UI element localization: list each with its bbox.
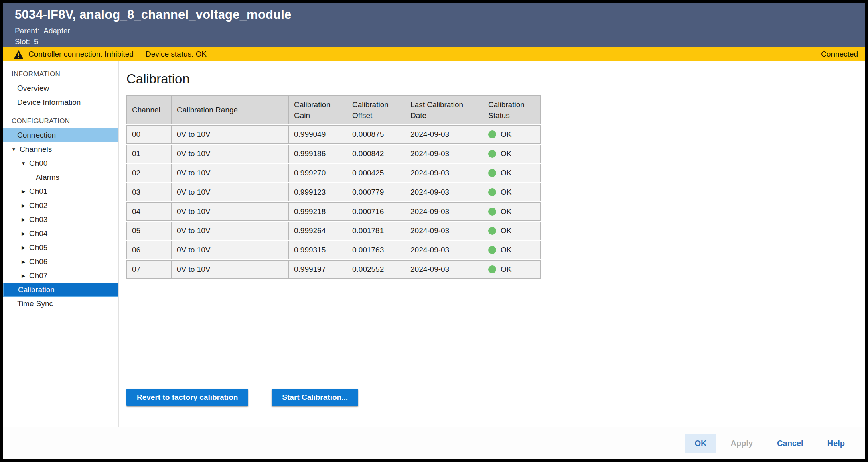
sidebar-item-ch05-label: Ch05 (29, 243, 47, 252)
ok-button[interactable]: OK (685, 434, 716, 453)
status-label: OK (501, 169, 511, 177)
sidebar-item-ch05[interactable]: ▶ Ch05 (3, 240, 118, 254)
status-ok-icon (488, 208, 496, 216)
col-header-status: Calibration Status (483, 95, 541, 124)
sidebar-item-channels-label: Channels (20, 145, 52, 154)
sidebar-item-overview[interactable]: Overview (3, 81, 118, 95)
cell-gain: 0.999315 (289, 241, 347, 259)
cell-range: 0V to 10V (172, 145, 289, 163)
col-header-gain: Calibration Gain (289, 95, 347, 124)
cell-status: OK (483, 164, 541, 182)
sidebar-item-ch00[interactable]: ▼ Ch00 (3, 156, 118, 170)
sidebar-item-ch02[interactable]: ▶ Ch02 (3, 198, 118, 212)
chevron-right-icon[interactable]: ▶ (20, 189, 26, 194)
sidebar-item-channels[interactable]: ▼ Channels (3, 142, 118, 156)
status-label: OK (501, 226, 511, 235)
status-ok-icon (488, 227, 496, 235)
cell-status: OK (483, 260, 541, 279)
footer: OK Apply Cancel Help (3, 427, 865, 459)
table-row: 06 0V to 10V 0.999315 0.001763 2024-09-0… (126, 241, 541, 259)
status-label: OK (501, 149, 511, 158)
sidebar-item-ch04[interactable]: ▶ Ch04 (3, 226, 118, 240)
main-content: Calibration Channel Calibration Range Ca… (119, 61, 865, 427)
cell-status: OK (483, 183, 541, 201)
slot-value: 5 (34, 37, 39, 46)
device-status: Device status: OK (146, 50, 207, 59)
chevron-down-icon[interactable]: ▼ (11, 147, 17, 152)
cancel-button[interactable]: Cancel (768, 434, 813, 453)
sidebar-item-ch03[interactable]: ▶ Ch03 (3, 212, 118, 226)
connection-state-badge: Connected (821, 50, 858, 59)
slot-label: Slot: (15, 37, 30, 46)
cell-range: 0V to 10V (172, 164, 289, 182)
revert-factory-calibration-button[interactable]: Revert to factory calibration (126, 389, 248, 406)
status-label: OK (501, 130, 511, 138)
cell-channel: 01 (126, 145, 172, 163)
cell-offset: 0.000875 (347, 125, 405, 144)
alert-bar: Controller connection: Inhibited Device … (3, 47, 865, 61)
cell-offset: 0.000425 (347, 164, 405, 182)
sidebar-section-information: INFORMATION (3, 67, 118, 81)
controller-connection-status: Controller connection: Inhibited (28, 50, 134, 59)
table-row: 04 0V to 10V 0.999218 0.000716 2024-09-0… (126, 202, 541, 221)
table-row: 03 0V to 10V 0.999123 0.000779 2024-09-0… (126, 183, 541, 201)
status-ok-icon (488, 265, 496, 273)
sidebar-item-device-information[interactable]: Device Information (3, 95, 118, 109)
sidebar-item-ch04-label: Ch04 (29, 229, 47, 238)
cell-gain: 0.999186 (289, 145, 347, 163)
sidebar-item-calibration[interactable]: Calibration (3, 283, 118, 297)
cell-gain: 0.999218 (289, 202, 347, 221)
cell-gain: 0.999123 (289, 183, 347, 201)
sidebar-item-ch06[interactable]: ▶ Ch06 (3, 254, 118, 269)
chevron-right-icon[interactable]: ▶ (20, 203, 26, 208)
sidebar-item-ch03-label: Ch03 (29, 215, 47, 224)
sidebar-item-ch01-label: Ch01 (29, 187, 47, 196)
cell-status: OK (483, 241, 541, 259)
titlebar: 5034-IF8V, analog_8_channel_voltage_modu… (3, 3, 865, 47)
cell-range: 0V to 10V (172, 260, 289, 279)
chevron-right-icon[interactable]: ▶ (20, 231, 26, 236)
sidebar-item-time-sync[interactable]: Time Sync (3, 297, 118, 311)
cell-offset: 0.000779 (347, 183, 405, 201)
sidebar-item-alarms[interactable]: Alarms (3, 170, 118, 184)
cell-channel: 06 (126, 241, 172, 259)
cell-date: 2024-09-03 (405, 183, 483, 201)
chevron-right-icon[interactable]: ▶ (20, 259, 26, 265)
cell-date: 2024-09-03 (405, 241, 483, 259)
apply-button[interactable]: Apply (722, 434, 763, 453)
sidebar-item-ch01[interactable]: ▶ Ch01 (3, 184, 118, 198)
cell-gain: 0.999049 (289, 125, 347, 144)
table-header-row: Channel Calibration Range Calibration Ga… (126, 95, 541, 124)
cell-status: OK (483, 202, 541, 221)
status-ok-icon (488, 130, 496, 138)
start-calibration-button[interactable]: Start Calibration... (272, 389, 358, 406)
cell-date: 2024-09-03 (405, 202, 483, 221)
help-button[interactable]: Help (818, 434, 854, 453)
cell-status: OK (483, 222, 541, 240)
cell-channel: 03 (126, 183, 172, 201)
section-heading: Calibration (126, 71, 865, 87)
calibration-table: Channel Calibration Range Calibration Ga… (126, 94, 541, 279)
sidebar-item-ch07[interactable]: ▶ Ch07 (3, 269, 118, 283)
chevron-right-icon[interactable]: ▶ (20, 273, 26, 279)
col-header-range: Calibration Range (172, 95, 289, 124)
cell-range: 0V to 10V (172, 241, 289, 259)
sidebar-item-connection[interactable]: Connection (3, 128, 118, 142)
cell-range: 0V to 10V (172, 222, 289, 240)
cell-offset: 0.001781 (347, 222, 405, 240)
chevron-down-icon[interactable]: ▼ (20, 161, 26, 166)
chevron-right-icon[interactable]: ▶ (20, 217, 26, 222)
cell-range: 0V to 10V (172, 183, 289, 201)
cell-offset: 0.000716 (347, 202, 405, 221)
sidebar-item-ch06-label: Ch06 (29, 257, 47, 266)
status-ok-icon (488, 188, 496, 196)
parent-value: Adapter (43, 26, 70, 35)
cell-offset: 0.000842 (347, 145, 405, 163)
chevron-right-icon[interactable]: ▶ (20, 245, 26, 250)
cell-offset: 0.002552 (347, 260, 405, 279)
status-ok-icon (488, 169, 496, 177)
parent-label: Parent: (15, 26, 39, 35)
cell-gain: 0.999264 (289, 222, 347, 240)
cell-range: 0V to 10V (172, 202, 289, 221)
module-profile-window: 5034-IF8V, analog_8_channel_voltage_modu… (0, 0, 868, 462)
